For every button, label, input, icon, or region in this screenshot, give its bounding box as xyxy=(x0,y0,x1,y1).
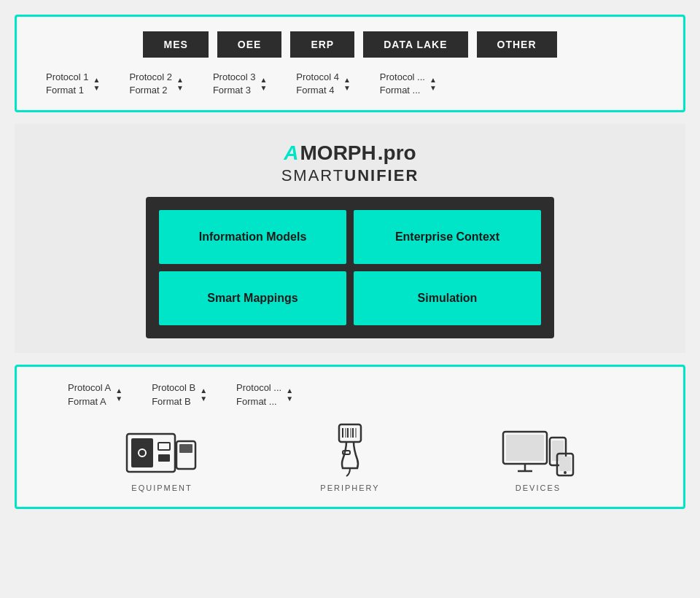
sort-icon-4[interactable]: ▲ ▼ xyxy=(343,77,351,92)
svg-rect-16 xyxy=(506,435,544,461)
equipment-label: EQUIPMENT xyxy=(131,484,192,492)
bottom-sort-icon-a[interactable]: ▲ ▼ xyxy=(115,387,122,403)
periphery-label: PERIPHERY xyxy=(320,484,379,492)
brand-top-row: A MORPH .pro xyxy=(284,141,416,165)
bottom-protocol-b: Protocol B Format B ▲ ▼ xyxy=(152,381,207,408)
devices-label: DEVICES xyxy=(516,484,561,492)
brand-subtitle: SMARTUNIFIER xyxy=(281,166,419,185)
other-button[interactable]: OTHER xyxy=(477,31,557,58)
equipment-icon xyxy=(125,432,198,478)
bottom-panel: Protocol A Format A ▲ ▼ Protocol B Forma… xyxy=(15,365,685,508)
feature-grid: Information Models Enterprise Context Sm… xyxy=(159,210,541,325)
information-models-cell[interactable]: Information Models xyxy=(159,210,346,264)
oee-button[interactable]: OEE xyxy=(217,31,282,58)
brand-logo: A MORPH .pro SMARTUNIFIER xyxy=(281,141,419,185)
bottom-protocol-ellipsis: Protocol ... Format ... ▲ ▼ xyxy=(236,381,293,408)
brand-morph-text: MORPH xyxy=(300,141,376,165)
top-protocol-2: Protocol 2 Format 2 ▲ ▼ xyxy=(129,71,183,97)
top-protocol-4: Protocol 4 Format 4 ▲ ▼ xyxy=(296,71,350,97)
bottom-protocol-a: Protocol A Format A ▲ ▼ xyxy=(68,381,122,408)
svg-rect-3 xyxy=(158,443,170,450)
brand-a-letter: A xyxy=(284,141,298,165)
svg-point-23 xyxy=(564,471,567,474)
sort-icon-2[interactable]: ▲ ▼ xyxy=(176,77,184,92)
brand-unifier: UNIFIER xyxy=(344,166,419,185)
enterprise-context-cell[interactable]: Enterprise Context xyxy=(354,210,541,264)
erp-button[interactable]: ERP xyxy=(290,31,354,58)
top-protocol-5: Protocol ... Format ... ▲ ▼ xyxy=(380,71,437,97)
devices-icon xyxy=(502,430,575,478)
top-protocol-row: Protocol 1 Format 1 ▲ ▼ Protocol 2 Forma… xyxy=(39,71,661,97)
middle-section: A MORPH .pro SMARTUNIFIER Information Mo… xyxy=(15,124,685,353)
svg-rect-6 xyxy=(179,444,192,453)
smart-mappings-cell[interactable]: Smart Mappings xyxy=(159,271,346,325)
svg-rect-14 xyxy=(343,451,350,454)
system-buttons-row: MES OEE ERP DATA LAKE OTHER xyxy=(39,31,661,58)
brand-smart: SMART xyxy=(281,166,345,185)
equipment-item: EQUIPMENT xyxy=(68,432,256,492)
svg-rect-4 xyxy=(158,454,170,462)
periphery-icon xyxy=(328,423,372,478)
simulation-cell[interactable]: Simulation xyxy=(354,271,541,325)
sort-icon-1[interactable]: ▲ ▼ xyxy=(93,77,101,92)
top-protocol-1: Protocol 1 Format 1 ▲ ▼ xyxy=(46,71,100,97)
svg-rect-22 xyxy=(559,457,571,471)
device-row: EQUIPMENT xyxy=(39,423,661,492)
bottom-sort-icon-ellipsis[interactable]: ▲ ▼ xyxy=(286,387,293,403)
top-protocol-3: Protocol 3 Format 3 ▲ ▼ xyxy=(213,71,267,97)
bottom-protocol-row: Protocol A Format A ▲ ▼ Protocol B Forma… xyxy=(39,381,661,408)
brand-dot-pro-text: .pro xyxy=(378,141,416,165)
top-panel: MES OEE ERP DATA LAKE OTHER Protocol 1 F… xyxy=(15,15,685,112)
devices-item: DEVICES xyxy=(444,430,632,492)
sort-icon-5[interactable]: ▲ ▼ xyxy=(429,77,437,92)
mes-button[interactable]: MES xyxy=(143,31,208,58)
bottom-sort-icon-b[interactable]: ▲ ▼ xyxy=(200,387,207,403)
periphery-item: PERIPHERY xyxy=(256,423,444,492)
sort-icon-3[interactable]: ▲ ▼ xyxy=(260,77,267,92)
svg-rect-1 xyxy=(131,438,153,467)
data-lake-button[interactable]: DATA LAKE xyxy=(363,31,467,58)
smart-unifier-box: Information Models Enterprise Context Sm… xyxy=(146,197,554,338)
